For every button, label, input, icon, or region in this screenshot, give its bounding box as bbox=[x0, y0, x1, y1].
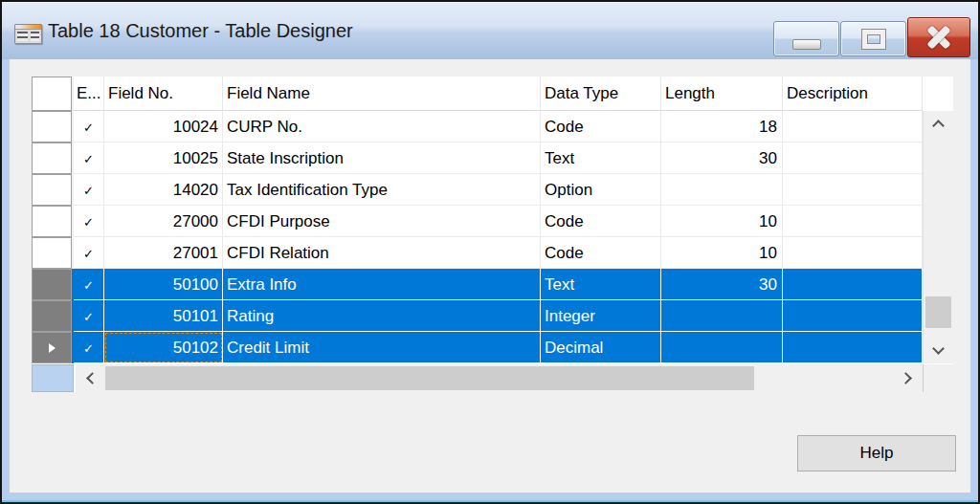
length-cell[interactable]: 30 bbox=[661, 142, 783, 174]
enabled-cell[interactable]: ✓ bbox=[74, 142, 104, 174]
data-type-cell[interactable]: Code bbox=[541, 237, 661, 269]
row-selector[interactable] bbox=[32, 174, 74, 206]
description-cell[interactable] bbox=[783, 174, 923, 206]
row-selector[interactable] bbox=[32, 300, 74, 332]
length-cell[interactable]: 10 bbox=[661, 206, 783, 237]
maximize-button[interactable] bbox=[840, 21, 906, 56]
scroll-down-button[interactable] bbox=[924, 339, 953, 363]
vertical-scroll-thumb[interactable] bbox=[925, 296, 951, 328]
field-no-cell[interactable]: 10025 bbox=[104, 142, 223, 174]
scroll-left-button[interactable] bbox=[76, 364, 104, 392]
description-cell[interactable] bbox=[783, 332, 923, 363]
length-cell[interactable]: 18 bbox=[661, 111, 783, 142]
row-selector-box bbox=[32, 174, 72, 206]
window-title: Table 18 Customer - Table Designer bbox=[48, 3, 353, 58]
length-cell[interactable]: 30 bbox=[661, 269, 783, 300]
title-bar[interactable]: Table 18 Customer - Table Designer bbox=[2, 2, 978, 59]
table-row[interactable]: ✓10025State InscriptionText30 bbox=[32, 142, 953, 174]
description-cell[interactable] bbox=[783, 142, 923, 174]
row-selector-box bbox=[32, 237, 72, 269]
close-button[interactable] bbox=[907, 17, 970, 57]
scroll-right-button[interactable] bbox=[894, 364, 923, 392]
row-selector[interactable] bbox=[32, 111, 74, 142]
column-header-field-name[interactable]: Field Name bbox=[223, 77, 541, 111]
horizontal-scrollbar[interactable] bbox=[76, 364, 923, 392]
row-selector[interactable] bbox=[32, 269, 74, 300]
data-type-cell[interactable]: Code bbox=[541, 111, 661, 142]
description-cell[interactable] bbox=[783, 206, 923, 237]
table-row[interactable]: ✓27000CFDI PurposeCode10 bbox=[32, 206, 953, 237]
data-type-cell[interactable]: Text bbox=[541, 142, 661, 174]
enabled-cell[interactable]: ✓ bbox=[74, 174, 104, 206]
horizontal-scroll-thumb[interactable] bbox=[105, 366, 754, 390]
enabled-cell[interactable]: ✓ bbox=[74, 269, 104, 300]
enabled-cell[interactable]: ✓ bbox=[74, 111, 104, 142]
length-cell[interactable] bbox=[661, 300, 783, 332]
scroll-up-button[interactable] bbox=[924, 111, 953, 136]
row-selector[interactable] bbox=[32, 206, 74, 237]
field-name-cell[interactable]: CFDI Relation bbox=[223, 237, 541, 269]
field-no-cell[interactable]: 50100 bbox=[104, 269, 223, 300]
row-selector-box bbox=[32, 206, 72, 237]
check-icon: ✓ bbox=[83, 310, 94, 324]
table-row[interactable]: ✓14020Tax Identification TypeOption bbox=[32, 174, 953, 206]
description-cell[interactable] bbox=[783, 111, 923, 142]
chevron-up-icon bbox=[932, 120, 945, 132]
field-name-cell[interactable]: State Inscription bbox=[223, 142, 541, 174]
column-header-selector[interactable] bbox=[32, 77, 74, 111]
field-name-cell[interactable]: Credit Limit bbox=[223, 332, 541, 363]
length-cell[interactable] bbox=[661, 332, 783, 363]
enabled-cell[interactable]: ✓ bbox=[74, 237, 104, 269]
chevron-left-icon bbox=[86, 372, 99, 384]
description-cell[interactable] bbox=[783, 269, 923, 300]
field-no-cell[interactable]: 27001 bbox=[104, 237, 223, 269]
row-selector[interactable] bbox=[32, 237, 74, 269]
scrollbar-corner bbox=[923, 364, 953, 392]
field-no-cell[interactable]: 27000 bbox=[104, 206, 223, 237]
row-selector[interactable] bbox=[32, 142, 74, 174]
data-type-cell[interactable]: Text bbox=[541, 269, 661, 300]
enabled-cell[interactable]: ✓ bbox=[74, 206, 104, 237]
table-row[interactable]: ✓50102Credit LimitDecimal bbox=[32, 332, 953, 363]
description-cell[interactable] bbox=[783, 237, 923, 269]
field-name-cell[interactable]: CFDI Purpose bbox=[223, 206, 541, 237]
table-row[interactable]: ✓50101RatingInteger bbox=[32, 300, 953, 332]
chevron-down-icon bbox=[932, 342, 945, 355]
vertical-scrollbar[interactable] bbox=[923, 111, 953, 363]
field-name-cell[interactable]: Extra Info bbox=[223, 269, 541, 300]
field-no-cell[interactable]: 10024 bbox=[104, 111, 223, 142]
selector-header-box bbox=[32, 77, 72, 111]
column-header-enabled[interactable]: E... bbox=[74, 77, 104, 111]
check-icon: ✓ bbox=[83, 215, 94, 230]
field-name-cell[interactable]: Rating bbox=[223, 300, 541, 332]
field-no-cell[interactable]: 50101 bbox=[104, 300, 223, 332]
data-type-cell[interactable]: Code bbox=[541, 206, 661, 237]
table-row[interactable]: ✓10024CURP No.Code18 bbox=[32, 111, 953, 142]
check-icon: ✓ bbox=[83, 121, 94, 135]
table-row[interactable]: ✓27001CFDI RelationCode10 bbox=[32, 237, 953, 269]
check-icon: ✓ bbox=[83, 152, 94, 166]
row-selector[interactable] bbox=[32, 332, 74, 363]
data-type-cell[interactable]: Option bbox=[541, 174, 661, 206]
column-header-description[interactable]: Description bbox=[783, 77, 923, 111]
field-no-cell[interactable]: 50102 bbox=[104, 332, 223, 363]
field-name-cell[interactable]: Tax Identification Type bbox=[223, 174, 541, 206]
column-header-data-type[interactable]: Data Type bbox=[541, 77, 661, 111]
column-header-length[interactable]: Length bbox=[661, 77, 783, 111]
data-type-cell[interactable]: Integer bbox=[541, 300, 661, 332]
table-designer-window: Table 18 Customer - Table Designer E... … bbox=[0, 0, 980, 504]
column-header-field-no[interactable]: Field No. bbox=[104, 77, 223, 111]
enabled-cell[interactable]: ✓ bbox=[74, 300, 104, 332]
table-designer-icon[interactable] bbox=[14, 24, 42, 44]
data-type-cell[interactable]: Decimal bbox=[541, 332, 661, 363]
field-no-cell[interactable]: 14020 bbox=[104, 174, 223, 206]
table-row[interactable]: ✓50100Extra InfoText30 bbox=[32, 269, 953, 300]
length-cell[interactable] bbox=[661, 174, 783, 206]
enabled-cell[interactable]: ✓ bbox=[74, 332, 104, 363]
minimize-button[interactable] bbox=[773, 21, 839, 56]
help-button[interactable]: Help bbox=[797, 435, 956, 471]
field-grid-body: ✓10024CURP No.Code18✓10025State Inscript… bbox=[32, 111, 953, 363]
field-name-cell[interactable]: CURP No. bbox=[223, 111, 541, 142]
length-cell[interactable]: 10 bbox=[661, 237, 783, 269]
description-cell[interactable] bbox=[783, 300, 923, 332]
